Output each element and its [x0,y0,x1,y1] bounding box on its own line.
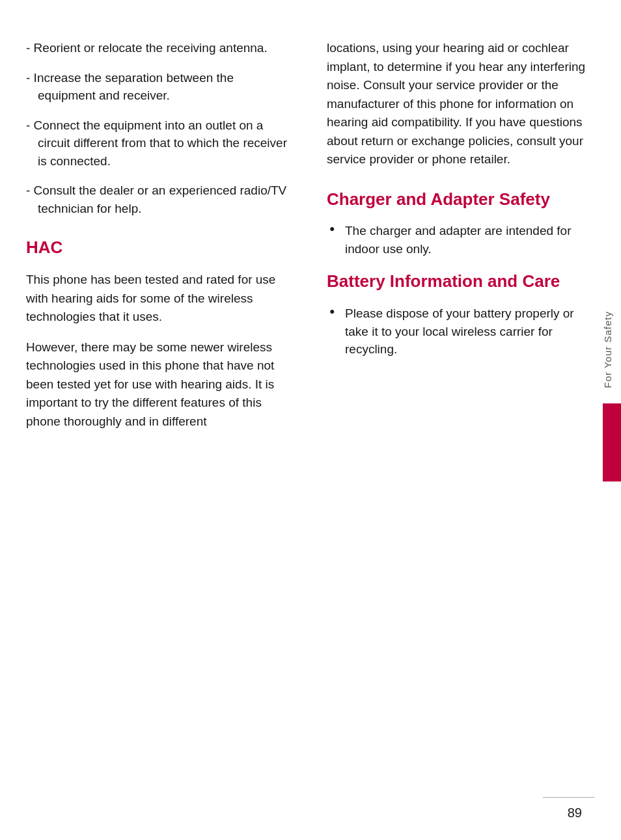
page-divider [543,797,595,798]
battery-bullet-list: Please dispose of your battery properly … [327,305,595,359]
hac-heading: HAC [26,237,294,259]
two-column-layout: - Reorient or relocate the receiving ant… [0,39,621,442]
charger-heading: Charger and Adapter Safety [327,189,595,211]
battery-heading: Battery Information and Care [327,271,595,293]
page-container: - Reorient or relocate the receiving ant… [0,0,621,840]
right-intro-text: locations, using your hearing aid or coc… [327,39,595,169]
hac-paragraph-2: However, there may be some newer wireles… [26,338,294,431]
bullet-item-4: - Consult the dealer or an experienced r… [26,182,294,217]
top-bullet-list: - Reorient or relocate the receiving ant… [26,39,294,217]
bullet-item-2: - Increase the separation between the eq… [26,69,294,105]
battery-bullet-1: Please dispose of your battery properly … [327,305,595,359]
page-number: 89 [568,806,582,820]
hac-paragraph-1: This phone has been tested and rated for… [26,271,294,327]
bullet-item-1: - Reorient or relocate the receiving ant… [26,39,294,57]
right-column: locations, using your hearing aid or coc… [320,39,595,442]
sidebar-label: For Your Safety [602,311,613,388]
bullet-item-3: - Connect the equipment into an outlet o… [26,116,294,170]
sidebar-tab [603,403,621,481]
charger-bullet-list: The charger and adapter are intended for… [327,222,595,258]
charger-bullet-1: The charger and adapter are intended for… [327,222,595,258]
hac-section: HAC This phone has been tested and rated… [26,237,294,431]
left-column: - Reorient or relocate the receiving ant… [26,39,301,442]
